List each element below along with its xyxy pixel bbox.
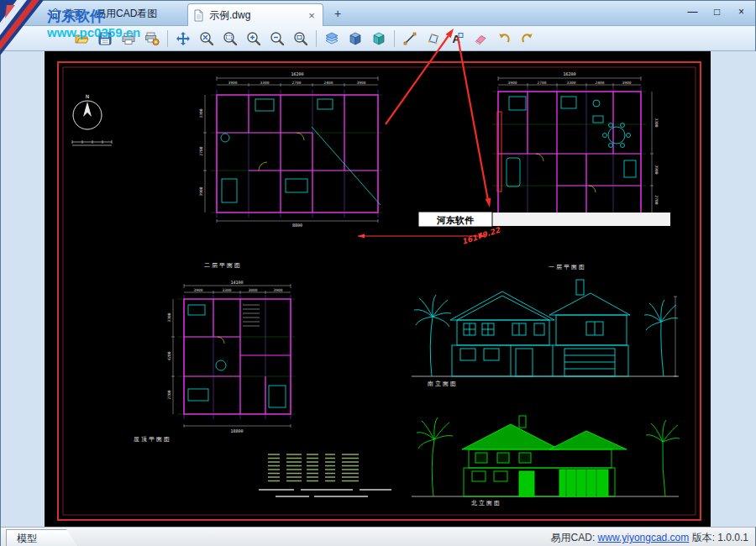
svg-text:3900: 3900 — [228, 81, 238, 85]
svg-text:2400: 2400 — [596, 81, 605, 85]
zoom-in-button[interactable] — [242, 28, 265, 50]
svg-text:3300: 3300 — [167, 312, 171, 322]
toolbar: A — [1, 26, 755, 51]
floor-plan-3: 14100 3900 3300 3000 3900 3300 4200 2700… — [134, 280, 295, 444]
svg-text:3900: 3900 — [194, 288, 203, 292]
measure-line-button[interactable] — [398, 28, 422, 50]
drawing-frame — [58, 62, 701, 520]
plan1-label: 二层平面图 — [204, 262, 242, 269]
text-annotation-button[interactable]: A — [445, 28, 469, 50]
annotation-text: 河东软件 — [436, 215, 475, 225]
main-area: N 16200 3900 3300 2700 2400 — [1, 51, 756, 527]
status-bar: 模型 易用CAD: www.yiyongcad.com 版本: 1.0.0.1 — [1, 527, 755, 546]
schedule-table — [268, 454, 359, 481]
view-3d-button[interactable] — [344, 28, 367, 50]
redo-button[interactable] — [516, 28, 539, 50]
home-label[interactable]: 首页 — [64, 7, 84, 21]
app-window: 首页 易用CAD看图 示例.dwg × + — □ × — [0, 0, 756, 546]
zoom-extents-button[interactable] — [195, 28, 218, 50]
plan3-label: 屋顶平面图 — [134, 436, 171, 443]
zoom-out-icon — [270, 31, 285, 46]
plot-settings-button[interactable] — [140, 28, 164, 50]
svg-text:3000: 3000 — [249, 288, 258, 292]
svg-text:2400: 2400 — [324, 81, 333, 85]
undo-icon — [496, 31, 512, 46]
zoom-out-button[interactable] — [265, 28, 289, 50]
elevation-1: 南立面图 — [412, 280, 679, 387]
svg-text:3900: 3900 — [199, 186, 203, 196]
svg-text:14100: 14100 — [230, 280, 243, 285]
zoom-window-button[interactable] — [218, 28, 242, 50]
layers-button[interactable] — [320, 28, 344, 50]
zoom-extents-icon — [199, 31, 214, 46]
zoom-previous-button[interactable] — [289, 28, 312, 50]
zoom-in-icon — [246, 31, 261, 46]
home-icon — [50, 8, 61, 19]
tab-close-button[interactable]: × — [306, 9, 318, 22]
elev1-label: 南立面图 — [428, 381, 458, 387]
document-tab[interactable]: 示例.dwg × — [187, 3, 323, 26]
text-tool-icon: A — [449, 31, 465, 46]
svg-text:3300: 3300 — [199, 108, 203, 118]
red-dimension: 16179.22 — [358, 226, 501, 246]
svg-text:3300: 3300 — [260, 81, 270, 85]
minimize-button[interactable]: — — [682, 4, 703, 20]
stairs — [243, 305, 260, 326]
measure-area-icon — [426, 31, 441, 46]
print-icon — [121, 31, 136, 46]
open-button[interactable] — [70, 28, 93, 50]
window-close-button[interactable]: × — [731, 4, 752, 20]
elev2-label: 北立面图 — [471, 500, 501, 507]
svg-text:2700: 2700 — [167, 390, 171, 399]
svg-text:4200: 4200 — [167, 351, 171, 360]
status-app-prefix: 易用CAD: — [551, 532, 596, 543]
view-orbit-button[interactable] — [367, 28, 391, 50]
zoom-window-icon — [223, 31, 238, 46]
zoom-previous-icon — [293, 31, 308, 46]
north-compass: N — [72, 93, 112, 145]
toolbar-separator — [394, 30, 395, 47]
document-icon — [193, 9, 204, 22]
svg-text:16200: 16200 — [563, 71, 575, 76]
eraser-icon — [473, 31, 488, 46]
svg-text:2700: 2700 — [292, 81, 302, 85]
model-tab[interactable]: 模型 — [6, 529, 78, 546]
undo-button[interactable] — [492, 28, 516, 50]
toolbar-separator — [167, 30, 168, 47]
status-right: 易用CAD: www.yiyongcad.com 版本: 1.0.0.1 — [551, 531, 748, 545]
scale-bar — [72, 140, 112, 145]
view-3d-icon — [348, 31, 363, 46]
plan2-label: 一层平面图 — [549, 264, 586, 270]
layers-icon — [324, 31, 339, 46]
svg-text:2700: 2700 — [538, 81, 547, 85]
floor-plan-1: 16200 3900 3300 2700 2400 3900 3300 2700… — [199, 71, 382, 269]
title-bar[interactable]: 首页 易用CAD看图 示例.dwg × + — □ × — [1, 1, 755, 26]
plot-settings-icon — [144, 31, 160, 46]
measure-area-button[interactable] — [422, 28, 445, 50]
svg-text:2700: 2700 — [199, 146, 203, 155]
svg-text:16200: 16200 — [291, 71, 303, 76]
cad-canvas[interactable]: N 16200 3900 3300 2700 2400 — [45, 51, 711, 527]
pan-tool-button[interactable] — [171, 28, 195, 50]
svg-text:18800: 18800 — [230, 428, 243, 433]
drawing-note — [259, 490, 391, 496]
drawing-area[interactable]: N 16200 3900 3300 2700 2400 — [45, 51, 711, 527]
redo-icon — [520, 31, 535, 46]
svg-text:3900: 3900 — [357, 81, 366, 85]
svg-text:3900: 3900 — [622, 81, 632, 85]
maximize-button[interactable]: □ — [706, 4, 727, 20]
vendor-link[interactable]: www.yiyongcad.com — [598, 532, 690, 543]
home-button[interactable]: 首页 — [46, 5, 87, 23]
save-button[interactable] — [93, 28, 117, 50]
compass-label: N — [86, 93, 90, 99]
print-button[interactable] — [117, 28, 140, 50]
toolbar-separator — [316, 30, 317, 47]
floor-plan-2: 16200 3900 2700 3300 2400 3900 3300 3900… — [492, 71, 659, 270]
eraser-button[interactable] — [469, 28, 492, 50]
new-tab-button[interactable]: + — [330, 7, 345, 21]
svg-text:8800: 8800 — [292, 223, 302, 228]
svg-text:3900: 3900 — [508, 81, 517, 85]
svg-text:3900: 3900 — [654, 165, 659, 175]
document-tab-label[interactable]: 示例.dwg — [209, 8, 301, 23]
red-dim-text: 16179.22 — [461, 226, 502, 246]
